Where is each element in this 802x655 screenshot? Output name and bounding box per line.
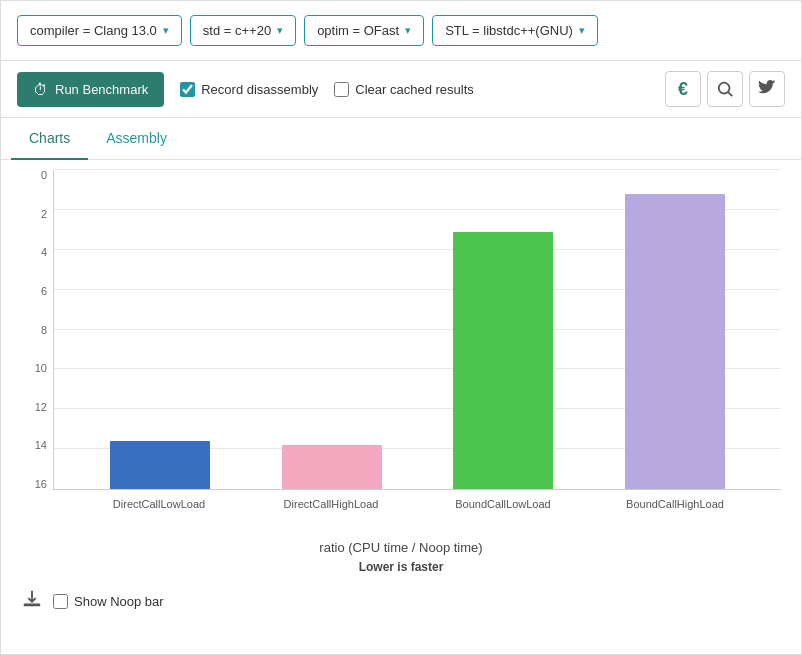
y-axis: 16 14 12 10 8 6 4 2 0 (21, 170, 51, 490)
run-benchmark-button[interactable]: ⏱ Run Benchmark (17, 72, 164, 107)
clear-cached-checkbox[interactable] (334, 82, 349, 97)
x-label-direct-high: DirectCallHighLoad (245, 498, 417, 510)
std-dropdown[interactable]: std = c++20 ▾ (190, 15, 296, 46)
y-label-14: 14 (35, 440, 47, 451)
y-label-2: 2 (41, 209, 47, 220)
tab-assembly[interactable]: Assembly (88, 118, 185, 160)
std-arrow-icon: ▾ (277, 24, 283, 37)
euro-icon-button[interactable]: € (665, 71, 701, 107)
svg-rect-2 (24, 603, 41, 606)
x-labels: DirectCallLowLoad DirectCallHighLoad Bou… (53, 492, 781, 530)
twitter-icon-button[interactable] (749, 71, 785, 107)
bar-direct-call-high (282, 445, 382, 489)
record-disassembly-checkbox[interactable] (180, 82, 195, 97)
y-label-6: 6 (41, 286, 47, 297)
run-btn-label: Run Benchmark (55, 82, 148, 97)
y-label-10: 10 (35, 363, 47, 374)
search-icon-button[interactable] (707, 71, 743, 107)
tab-charts[interactable]: Charts (11, 118, 88, 160)
action-bar: ⏱ Run Benchmark Record disassembly Clear… (1, 61, 801, 118)
bar-col-direct-low (74, 170, 246, 489)
chart-area: 16 14 12 10 8 6 4 2 0 (1, 160, 801, 576)
show-noop-label[interactable]: Show Noop bar (53, 594, 164, 609)
bar-col-direct-high (246, 170, 418, 489)
stl-arrow-icon: ▾ (579, 24, 585, 37)
action-icons: € (665, 71, 785, 107)
clear-cached-label[interactable]: Clear cached results (334, 82, 474, 97)
svg-point-0 (719, 83, 730, 94)
std-label: std = c++20 (203, 23, 271, 38)
chart-title: ratio (CPU time / Noop time) Lower is fa… (21, 538, 781, 576)
show-noop-checkbox[interactable] (53, 594, 68, 609)
bar-col-bound-low (418, 170, 590, 489)
bar-col-bound-high (589, 170, 761, 489)
y-label-4: 4 (41, 247, 47, 258)
record-disassembly-text: Record disassembly (201, 82, 318, 97)
x-label-direct-low: DirectCallLowLoad (73, 498, 245, 510)
y-label-8: 8 (41, 325, 47, 336)
chart-wrapper: 16 14 12 10 8 6 4 2 0 (21, 170, 781, 530)
stl-label: STL = libstdc++(GNU) (445, 23, 573, 38)
optim-label: optim = OFast (317, 23, 399, 38)
chart-title-line1: ratio (CPU time / Noop time) (21, 538, 781, 558)
toolbar: compiler = Clang 13.0 ▾ std = c++20 ▾ op… (1, 1, 801, 61)
bar-bound-call-high (625, 194, 725, 489)
optim-dropdown[interactable]: optim = OFast ▾ (304, 15, 424, 46)
compiler-label: compiler = Clang 13.0 (30, 23, 157, 38)
record-disassembly-label[interactable]: Record disassembly (180, 82, 318, 97)
tabs: Charts Assembly (1, 118, 801, 160)
y-label-12: 12 (35, 402, 47, 413)
bar-direct-call-low (110, 441, 210, 489)
bar-bound-call-low (453, 232, 553, 489)
chart-inner (53, 170, 781, 490)
y-label-16: 16 (35, 479, 47, 490)
optim-arrow-icon: ▾ (405, 24, 411, 37)
timer-icon: ⏱ (33, 81, 48, 98)
stl-dropdown[interactable]: STL = libstdc++(GNU) ▾ (432, 15, 598, 46)
y-label-0: 0 (41, 170, 47, 181)
x-label-bound-high: BoundCallHighLoad (589, 498, 761, 510)
clear-cached-text: Clear cached results (355, 82, 474, 97)
x-label-bound-low: BoundCallLowLoad (417, 498, 589, 510)
compiler-dropdown[interactable]: compiler = Clang 13.0 ▾ (17, 15, 182, 46)
download-icon[interactable] (21, 588, 43, 615)
chart-title-line2: Lower is faster (21, 558, 781, 576)
compiler-arrow-icon: ▾ (163, 24, 169, 37)
svg-line-1 (728, 92, 732, 96)
bars-group (54, 170, 781, 489)
show-noop-text: Show Noop bar (74, 594, 164, 609)
bottom-bar: Show Noop bar (1, 576, 801, 627)
